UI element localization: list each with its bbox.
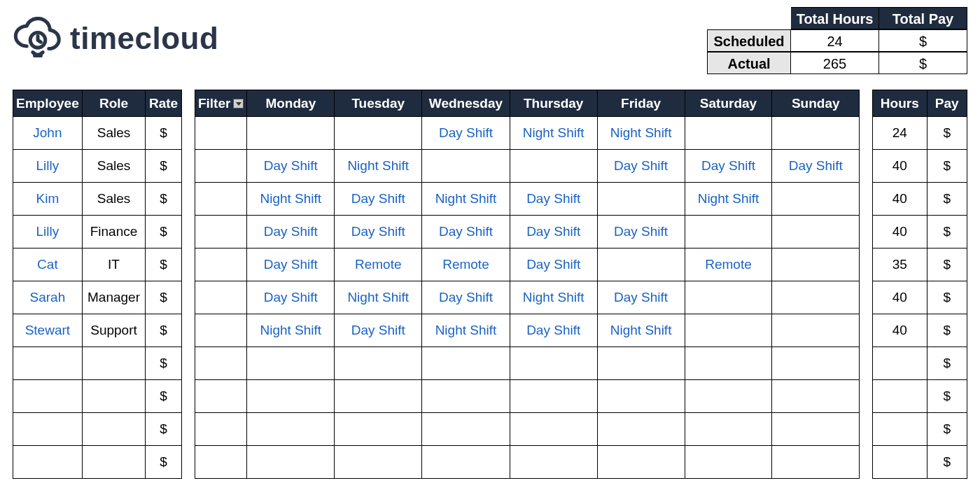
shift-cell[interactable] — [772, 413, 860, 446]
row-hours[interactable] — [873, 380, 927, 413]
row-hours[interactable]: 40 — [873, 150, 927, 183]
dropdown-icon[interactable] — [233, 99, 244, 108]
shift-cell[interactable] — [597, 380, 685, 413]
row-hours[interactable] — [873, 413, 927, 446]
shift-cell[interactable] — [772, 117, 860, 150]
shift-cell[interactable]: Remote — [422, 248, 510, 281]
shift-cell[interactable] — [247, 413, 335, 446]
filter-cell[interactable] — [195, 413, 246, 446]
employee-role[interactable]: IT — [82, 248, 145, 281]
shift-cell[interactable]: Night Shift — [335, 150, 422, 183]
employee-name[interactable]: John — [13, 117, 83, 150]
shift-cell[interactable]: Night Shift — [247, 183, 335, 216]
filter-cell[interactable] — [195, 314, 246, 347]
employee-name[interactable]: Kim — [13, 183, 83, 216]
shift-cell[interactable] — [597, 413, 685, 446]
row-pay[interactable]: $ — [927, 117, 967, 150]
shift-cell[interactable] — [422, 413, 510, 446]
shift-cell[interactable] — [597, 347, 685, 380]
col-day-monday[interactable]: Monday — [247, 90, 335, 117]
employee-rate[interactable]: $ — [146, 446, 182, 479]
shift-cell[interactable] — [335, 380, 422, 413]
col-day-thursday[interactable]: Thursday — [510, 90, 597, 117]
shift-cell[interactable] — [510, 347, 597, 380]
shift-cell[interactable]: Day Shift — [247, 281, 335, 314]
shift-cell[interactable] — [772, 314, 860, 347]
row-pay[interactable]: $ — [927, 347, 967, 380]
shift-cell[interactable]: Night Shift — [422, 314, 510, 347]
filter-cell[interactable] — [195, 248, 246, 281]
col-pay[interactable]: Pay — [927, 90, 967, 117]
shift-cell[interactable] — [597, 446, 685, 479]
shift-cell[interactable]: Night Shift — [247, 314, 335, 347]
shift-cell[interactable] — [597, 183, 685, 216]
shift-cell[interactable]: Day Shift — [247, 150, 335, 183]
employee-rate[interactable]: $ — [146, 281, 182, 314]
shift-cell[interactable] — [772, 216, 860, 248]
row-pay[interactable]: $ — [927, 446, 967, 479]
shift-cell[interactable] — [247, 117, 335, 150]
col-rate[interactable]: Rate — [146, 90, 182, 117]
row-pay[interactable]: $ — [927, 413, 967, 446]
shift-cell[interactable] — [685, 216, 772, 248]
filter-cell[interactable] — [195, 150, 246, 183]
shift-cell[interactable]: Day Shift — [597, 216, 685, 248]
shift-cell[interactable]: Night Shift — [335, 281, 422, 314]
row-pay[interactable]: $ — [927, 314, 967, 347]
row-pay[interactable]: $ — [927, 183, 967, 216]
shift-cell[interactable]: Day Shift — [247, 216, 335, 248]
employee-role[interactable]: Sales — [82, 183, 145, 216]
col-day-saturday[interactable]: Saturday — [685, 90, 772, 117]
employee-name[interactable] — [13, 446, 83, 479]
shift-cell[interactable]: Day Shift — [772, 150, 860, 183]
row-pay[interactable]: $ — [927, 248, 967, 281]
col-day-friday[interactable]: Friday — [597, 90, 685, 117]
employee-rate[interactable]: $ — [146, 150, 182, 183]
shift-cell[interactable]: Day Shift — [247, 248, 335, 281]
employee-role[interactable] — [82, 446, 145, 479]
shift-cell[interactable]: Day Shift — [510, 248, 597, 281]
row-pay[interactable]: $ — [927, 216, 967, 248]
employee-role[interactable]: Manager — [82, 281, 145, 314]
shift-cell[interactable]: Night Shift — [597, 117, 685, 150]
shift-cell[interactable] — [772, 446, 860, 479]
filter-cell[interactable] — [195, 117, 246, 150]
shift-cell[interactable] — [685, 446, 772, 479]
col-day-wednesday[interactable]: Wednesday — [422, 90, 510, 117]
shift-cell[interactable] — [685, 380, 772, 413]
employee-name[interactable]: Lilly — [13, 150, 83, 183]
shift-cell[interactable] — [685, 413, 772, 446]
col-filter[interactable]: Filter — [195, 90, 246, 117]
col-day-sunday[interactable]: Sunday — [772, 90, 860, 117]
employee-rate[interactable]: $ — [146, 248, 182, 281]
employee-role[interactable] — [82, 413, 145, 446]
filter-cell[interactable] — [195, 216, 246, 248]
shift-cell[interactable]: Night Shift — [510, 281, 597, 314]
employee-name[interactable]: Lilly — [13, 216, 83, 248]
shift-cell[interactable]: Day Shift — [510, 183, 597, 216]
employee-rate[interactable]: $ — [146, 183, 182, 216]
shift-cell[interactable] — [685, 281, 772, 314]
col-employee[interactable]: Employee — [13, 90, 83, 117]
employee-name[interactable] — [13, 347, 83, 380]
row-pay[interactable]: $ — [927, 150, 967, 183]
shift-cell[interactable]: Day Shift — [510, 216, 597, 248]
row-pay[interactable]: $ — [927, 281, 967, 314]
row-hours[interactable]: 24 — [873, 117, 927, 150]
shift-cell[interactable]: Day Shift — [422, 281, 510, 314]
col-hours[interactable]: Hours — [873, 90, 927, 117]
employee-rate[interactable]: $ — [146, 380, 182, 413]
shift-cell[interactable] — [772, 347, 860, 380]
employee-name[interactable] — [13, 380, 83, 413]
col-role[interactable]: Role — [82, 90, 145, 117]
shift-cell[interactable] — [685, 117, 772, 150]
employee-role[interactable] — [82, 380, 145, 413]
shift-cell[interactable]: Remote — [335, 248, 422, 281]
employee-rate[interactable]: $ — [146, 117, 182, 150]
shift-cell[interactable] — [597, 248, 685, 281]
shift-cell[interactable] — [685, 347, 772, 380]
shift-cell[interactable] — [422, 150, 510, 183]
shift-cell[interactable]: Night Shift — [422, 183, 510, 216]
shift-cell[interactable] — [772, 183, 860, 216]
row-hours[interactable]: 40 — [873, 314, 927, 347]
